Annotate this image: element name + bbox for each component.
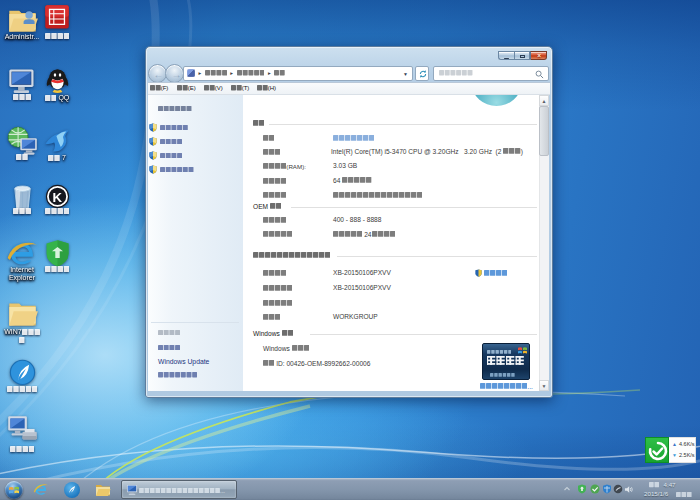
svg-text:K: K [52,190,62,205]
